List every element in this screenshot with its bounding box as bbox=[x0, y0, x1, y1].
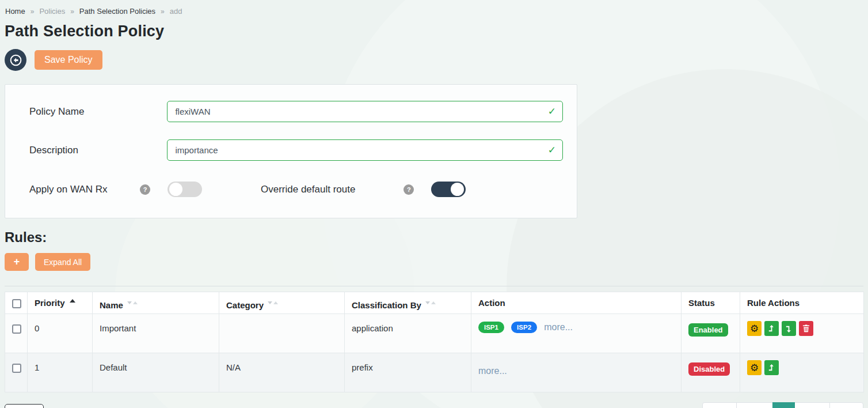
classification-by-cell: prefix bbox=[345, 353, 471, 392]
valid-check-icon: ✓ bbox=[548, 144, 556, 156]
row-checkbox[interactable] bbox=[12, 324, 21, 334]
add-rule-button[interactable]: + bbox=[5, 253, 29, 271]
gear-icon: ⚙ bbox=[750, 324, 759, 334]
rules-table: Priority Name Category Classification By… bbox=[5, 292, 864, 392]
rule-move-down-button[interactable] bbox=[782, 321, 796, 336]
rules-toolbar: + Expand All bbox=[5, 253, 863, 271]
table-header-row: Priority Name Category Classification By… bbox=[5, 292, 864, 314]
breadcrumb-separator: » bbox=[161, 7, 165, 16]
override-default-route-toggle[interactable] bbox=[431, 182, 466, 197]
toggles-row: Apply on WAN Rx ? Override default route… bbox=[29, 182, 563, 197]
rule-move-up-button[interactable] bbox=[764, 360, 779, 375]
sort-asc-icon bbox=[70, 299, 75, 303]
rule-delete-button[interactable] bbox=[799, 321, 813, 336]
arrow-circle-left-icon bbox=[9, 54, 22, 67]
priority-cell: 1 bbox=[28, 353, 93, 392]
pagination-first-button[interactable]: First bbox=[702, 402, 737, 408]
row-select-cell bbox=[5, 353, 28, 392]
status-badge: Enabled bbox=[688, 323, 728, 337]
name-cell: Important bbox=[93, 314, 219, 353]
description-input[interactable] bbox=[167, 139, 563, 161]
pagination-last-button[interactable]: Last bbox=[829, 402, 863, 408]
row-checkbox[interactable] bbox=[12, 364, 21, 373]
description-row: Description ✓ bbox=[29, 139, 563, 161]
help-icon[interactable]: ? bbox=[403, 184, 414, 195]
column-label: Category bbox=[226, 300, 264, 310]
table-row: 1 Default N/A prefix more... Disabled ⚙ bbox=[5, 353, 864, 392]
sort-both-icon bbox=[127, 296, 138, 306]
sort-both-icon bbox=[425, 296, 436, 306]
pagination-back-button[interactable]: Back bbox=[736, 402, 773, 408]
description-input-wrap: ✓ bbox=[167, 139, 563, 161]
rule-move-up-button[interactable] bbox=[764, 321, 779, 336]
policy-name-input-wrap: ✓ bbox=[167, 101, 563, 122]
pagination-next-button[interactable]: Next bbox=[794, 402, 830, 408]
gear-icon: ⚙ bbox=[750, 363, 759, 373]
more-link[interactable]: more... bbox=[544, 322, 573, 332]
column-header-rule-actions: Rule Actions bbox=[740, 292, 864, 314]
column-header-status: Status bbox=[682, 292, 740, 314]
expand-all-button[interactable]: Expand All bbox=[35, 253, 90, 271]
rules-heading: Rules: bbox=[5, 229, 863, 245]
status-badge: Disabled bbox=[688, 362, 730, 376]
breadcrumb-policies[interactable]: Policies bbox=[39, 7, 65, 16]
select-all-checkbox[interactable] bbox=[12, 299, 21, 308]
category-cell: N/A bbox=[219, 353, 345, 392]
breadcrumb: Home » Policies » Path Selection Policie… bbox=[5, 7, 863, 16]
column-header-category[interactable]: Category bbox=[219, 292, 345, 314]
policy-name-label: Policy Name bbox=[29, 106, 167, 118]
breadcrumb-path-selection-policies[interactable]: Path Selection Policies bbox=[79, 7, 155, 16]
toggle-knob bbox=[451, 183, 464, 196]
apply-on-wan-rx-label: Apply on WAN Rx bbox=[29, 184, 140, 195]
page-size-select[interactable]: 100 bbox=[5, 404, 44, 408]
breadcrumb-separator: » bbox=[70, 7, 74, 16]
column-header-action: Action bbox=[471, 292, 682, 314]
description-label: Description bbox=[29, 145, 167, 156]
category-cell bbox=[219, 314, 345, 353]
help-icon[interactable]: ? bbox=[140, 184, 150, 195]
apply-on-wan-rx-toggle[interactable] bbox=[167, 182, 202, 197]
pagination-current-page[interactable]: 0 bbox=[772, 402, 795, 408]
breadcrumb-separator: » bbox=[31, 7, 35, 16]
table-footer: 100 Showing 1 to 2 of 2 Results First Ba… bbox=[5, 402, 863, 408]
column-header-classification-by[interactable]: Classification By bbox=[345, 292, 471, 314]
more-link[interactable]: more... bbox=[478, 366, 507, 376]
back-button[interactable] bbox=[5, 49, 26, 71]
row-select-cell bbox=[5, 314, 28, 353]
pagination: First Back 0 Next Last bbox=[702, 402, 863, 408]
column-label: Rule Actions bbox=[747, 298, 800, 308]
column-header-name[interactable]: Name bbox=[93, 292, 219, 314]
column-label: Priority bbox=[35, 298, 65, 308]
override-default-route-label: Override default route bbox=[261, 184, 355, 195]
save-policy-button[interactable]: Save Policy bbox=[35, 50, 102, 70]
toolbar: Save Policy bbox=[5, 49, 863, 71]
rule-actions-cell: ⚙ bbox=[740, 314, 864, 353]
isp2-badge: ISP2 bbox=[511, 322, 537, 333]
status-cell: Enabled bbox=[682, 314, 740, 353]
page-title: Path Selection Policy bbox=[5, 22, 863, 40]
table-row: 0 Important application ISP1 ISP2 more..… bbox=[5, 314, 864, 353]
breadcrumb-home[interactable]: Home bbox=[5, 7, 25, 16]
trash-icon bbox=[802, 324, 810, 333]
select-all-cell bbox=[5, 292, 28, 314]
policy-name-row: Policy Name ✓ bbox=[29, 101, 563, 122]
column-label: Status bbox=[688, 298, 715, 308]
column-label: Action bbox=[478, 298, 505, 308]
column-header-priority[interactable]: Priority bbox=[28, 292, 93, 314]
column-label: Name bbox=[100, 300, 123, 310]
level-up-icon bbox=[767, 364, 776, 372]
status-cell: Disabled bbox=[682, 353, 740, 392]
priority-cell: 0 bbox=[28, 314, 93, 353]
rule-settings-button[interactable]: ⚙ bbox=[747, 360, 762, 375]
breadcrumb-add: add bbox=[170, 7, 182, 16]
rule-actions-cell: ⚙ bbox=[740, 353, 864, 392]
level-down-icon bbox=[785, 324, 793, 333]
column-label: Classification By bbox=[352, 300, 421, 310]
level-up-icon bbox=[767, 324, 776, 333]
rules-divider bbox=[5, 286, 863, 286]
valid-check-icon: ✓ bbox=[548, 105, 556, 118]
policy-name-input[interactable] bbox=[167, 101, 563, 122]
sort-both-icon bbox=[268, 296, 278, 306]
isp1-badge: ISP1 bbox=[478, 322, 504, 333]
rule-settings-button[interactable]: ⚙ bbox=[747, 321, 762, 336]
